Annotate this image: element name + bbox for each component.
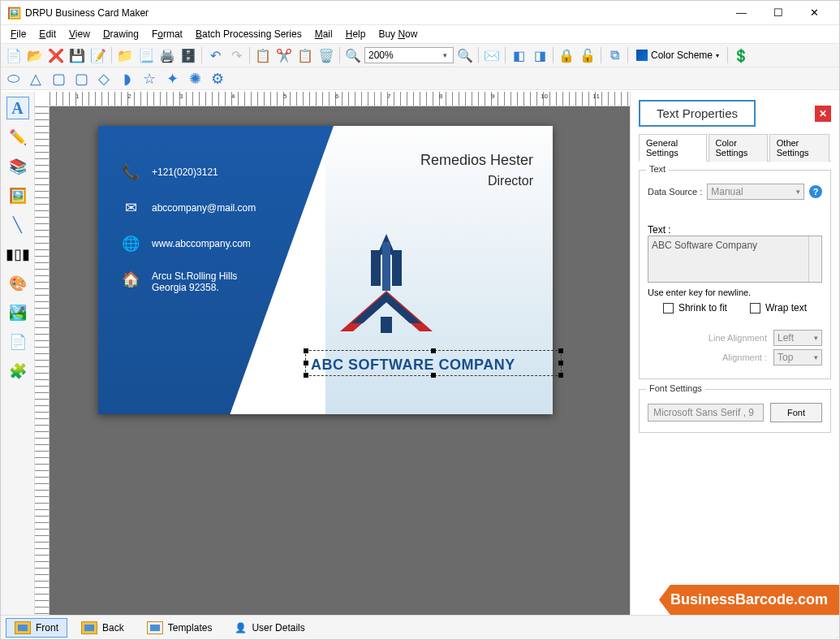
card-website-row[interactable]: 🌐www.abccompany.com — [121, 235, 251, 253]
menu-buy[interactable]: Buy Now — [372, 27, 424, 41]
wrap-checkbox[interactable]: Wrap text — [750, 302, 807, 314]
ellipse-icon[interactable]: ⬭ — [4, 70, 22, 88]
text-input[interactable]: ABC Software Company — [648, 236, 822, 283]
horizontal-ruler: 1234567891011 — [50, 92, 630, 106]
close-button[interactable]: ✕ — [796, 2, 833, 24]
gear-icon[interactable]: ⚙ — [209, 70, 226, 88]
home-icon: 🏠 — [121, 270, 140, 288]
triangle-icon[interactable]: △ — [27, 70, 45, 88]
svg-rect-2 — [382, 242, 390, 291]
barcode-tool-icon[interactable]: ▮▯▮ — [6, 243, 29, 266]
burst-icon[interactable]: ✺ — [186, 70, 204, 88]
card-email-row[interactable]: ✉abccompany@mail.com — [121, 199, 256, 217]
templates-icon — [147, 621, 163, 634]
paste-icon[interactable]: 📋 — [295, 45, 315, 65]
close-card-icon[interactable]: ❌ — [46, 45, 66, 65]
textfile-tool-icon[interactable]: 📄 — [6, 331, 29, 353]
copy-icon[interactable]: 📋 — [253, 45, 273, 65]
menubar: File Edit View Drawing Format Batch Proc… — [1, 25, 839, 43]
back-icon[interactable]: ◨ — [530, 45, 549, 65]
halfmoon-icon[interactable]: ◗ — [118, 70, 136, 88]
delete-icon[interactable]: 🗑️ — [317, 45, 336, 65]
selection-box[interactable] — [305, 350, 562, 376]
text-value: ABC Software Company — [652, 240, 757, 251]
card-name-block[interactable]: Remedios Hester Director — [420, 152, 533, 188]
doc-icon[interactable]: 📃 — [136, 45, 156, 65]
star-icon[interactable]: ☆ — [140, 70, 158, 88]
card-phone-row[interactable]: 📞+121(020)3121 — [121, 163, 218, 181]
front-tab[interactable]: Front — [6, 618, 67, 638]
mail-icon[interactable]: ✉️ — [482, 45, 502, 65]
cut-icon[interactable]: ✂️ — [274, 45, 294, 65]
rect-icon[interactable]: ▢ — [50, 70, 67, 88]
unlock-icon[interactable]: 🔓 — [578, 45, 597, 65]
zoomout-icon[interactable]: 🔍 — [455, 45, 475, 65]
roundrect-icon[interactable]: ▢ — [72, 70, 90, 88]
card-address: Arcu St.Rolling HillsGeorgia 92358. — [152, 270, 237, 293]
color-scheme-button[interactable]: Color Scheme ▾ — [631, 45, 724, 65]
star4-icon[interactable]: ✦ — [163, 70, 181, 88]
tab-color-settings[interactable]: Color Settings — [709, 134, 768, 162]
new-icon[interactable]: 📄 — [4, 45, 24, 65]
open-icon[interactable]: 📂 — [25, 45, 45, 65]
menu-file[interactable]: File — [4, 27, 32, 41]
separator — [505, 47, 506, 63]
menu-view[interactable]: View — [62, 27, 97, 41]
alignment-combo[interactable]: Top — [773, 349, 822, 365]
front-icon[interactable]: ◧ — [509, 45, 528, 65]
menu-edit[interactable]: Edit — [32, 27, 62, 41]
card-address-row[interactable]: 🏠Arcu St.Rolling HillsGeorgia 92358. — [121, 270, 237, 293]
card-logo[interactable] — [325, 227, 447, 345]
line-tool-icon[interactable]: ╲ — [6, 214, 29, 236]
library-tool-icon[interactable]: 📚 — [6, 155, 29, 178]
text-tool-icon[interactable]: A — [6, 97, 29, 119]
minimize-button[interactable]: — — [723, 2, 760, 24]
phone-icon: 📞 — [121, 163, 140, 181]
font-button[interactable]: Font — [770, 403, 822, 422]
menu-help[interactable]: Help — [339, 27, 373, 41]
shrink-checkbox[interactable]: Shrink to fit — [663, 302, 727, 314]
pencil-tool-icon[interactable]: ✏️ — [6, 126, 29, 149]
plugin-tool-icon[interactable]: 🧩 — [6, 360, 29, 383]
text-group-title: Text — [646, 164, 669, 174]
menu-format[interactable]: Format — [145, 27, 189, 41]
redo-icon[interactable]: ↷ — [226, 45, 246, 65]
print-icon[interactable]: 🖨️ — [157, 45, 177, 65]
maximize-button[interactable]: ☐ — [760, 2, 796, 24]
business-card[interactable]: 📞+121(020)3121 ✉abccompany@mail.com 🌐www… — [98, 126, 553, 414]
menu-mail[interactable]: Mail — [308, 27, 339, 41]
tab-other-settings[interactable]: Other Settings — [769, 134, 829, 162]
menu-drawing[interactable]: Drawing — [97, 27, 145, 41]
image-tool-icon[interactable]: 🖼️ — [6, 184, 29, 207]
help-icon[interactable]: ? — [809, 185, 822, 198]
diamond-icon[interactable]: ◇ — [95, 70, 113, 88]
back-tab[interactable]: Back — [72, 618, 133, 638]
saveas-icon[interactable]: 📝 — [88, 45, 108, 65]
user-details-tab[interactable]: 👤User Details — [226, 618, 313, 638]
lock-icon[interactable]: 🔒 — [557, 45, 576, 65]
save-icon[interactable]: 💾 — [67, 45, 87, 65]
properties-panel: Text Properties ✕ General Settings Color… — [630, 92, 839, 615]
data-source-combo[interactable]: Manual — [707, 184, 804, 200]
database-icon[interactable]: 🗄️ — [179, 45, 198, 65]
card-email: abccompany@mail.com — [152, 202, 256, 214]
scrollbar[interactable] — [808, 236, 821, 282]
line-alignment-combo[interactable]: Left — [773, 330, 822, 346]
zoom-combo[interactable]: 200% — [364, 47, 454, 63]
zoom-icon[interactable]: 🔍 — [343, 45, 363, 65]
picture-tool-icon[interactable]: 🏞️ — [6, 301, 29, 324]
window-icon[interactable]: ⧉ — [605, 45, 624, 65]
font-group-title: Font Settings — [646, 383, 705, 393]
undo-icon[interactable]: ↶ — [205, 45, 225, 65]
menu-batch[interactable]: Batch Processing Series — [189, 27, 308, 41]
card-name: Remedios Hester — [420, 152, 533, 169]
tab-general-settings[interactable]: General Settings — [639, 134, 707, 162]
canvas[interactable]: 📞+121(020)3121 ✉abccompany@mail.com 🌐www… — [50, 106, 630, 615]
export-icon[interactable]: 📁 — [115, 45, 135, 65]
templates-tab[interactable]: Templates — [138, 618, 222, 638]
color-tool-icon[interactable]: 🎨 — [6, 272, 29, 295]
panel-close-icon[interactable]: ✕ — [815, 106, 831, 122]
separator — [339, 47, 340, 63]
watermark: BusinessBarcode.com — [659, 585, 839, 615]
currency-icon[interactable]: 💲 — [731, 45, 751, 65]
